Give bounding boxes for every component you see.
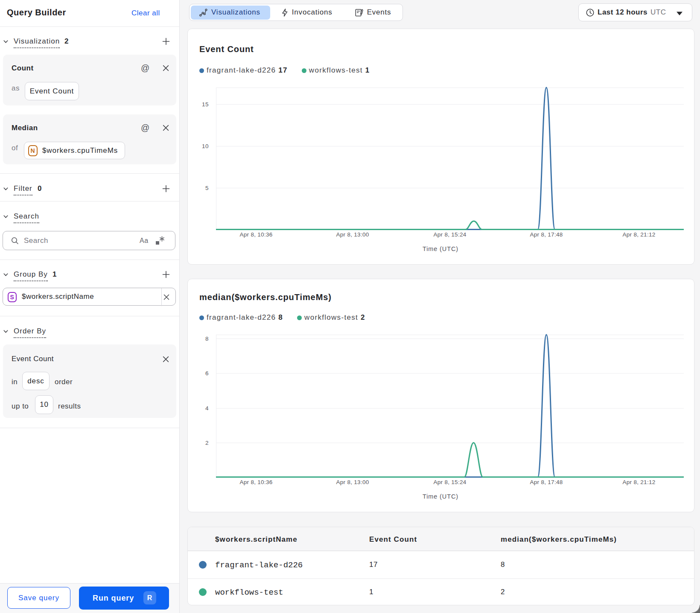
svg-text:Apr 8, 15:24: Apr 8, 15:24 — [433, 231, 466, 238]
svg-text:Apr 8, 21:12: Apr 8, 21:12 — [622, 479, 655, 485]
svg-text:6: 6 — [205, 370, 209, 377]
svg-text:Apr 8, 13:00: Apr 8, 13:00 — [336, 479, 369, 485]
svg-text:8: 8 — [205, 336, 209, 342]
svg-text:4: 4 — [205, 405, 209, 412]
svg-text:Time (UTC): Time (UTC) — [423, 493, 458, 500]
svg-text:Apr 8, 21:12: Apr 8, 21:12 — [622, 231, 655, 238]
svg-text:Apr 8, 10:36: Apr 8, 10:36 — [239, 231, 272, 238]
svg-text:Apr 8, 15:24: Apr 8, 15:24 — [433, 479, 466, 485]
svg-text:Time (UTC): Time (UTC) — [423, 245, 458, 252]
svg-text:Apr 8, 17:48: Apr 8, 17:48 — [530, 231, 563, 238]
svg-text:Apr 8, 10:36: Apr 8, 10:36 — [239, 479, 272, 485]
svg-text:Apr 8, 17:48: Apr 8, 17:48 — [530, 479, 563, 485]
svg-text:10: 10 — [202, 143, 209, 149]
svg-text:Apr 8, 13:00: Apr 8, 13:00 — [336, 231, 369, 238]
svg-text:15: 15 — [202, 101, 209, 108]
svg-text:2: 2 — [205, 440, 209, 446]
svg-text:5: 5 — [205, 185, 209, 191]
